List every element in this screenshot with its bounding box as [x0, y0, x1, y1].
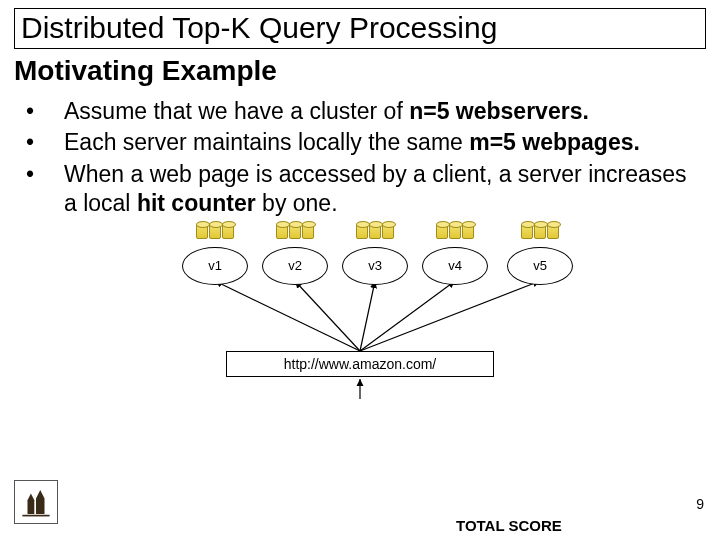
database-icon: [196, 223, 234, 239]
server-label: v3: [342, 247, 408, 285]
bullet-dot: •: [26, 97, 64, 126]
svg-line-2: [360, 281, 375, 351]
bullet-dot: •: [26, 128, 64, 157]
servers-diagram: v1 v2 v3 v4 v5 http://www.amazon.com/: [0, 221, 720, 401]
list-item: • When a web page is accessed by a clien…: [26, 160, 694, 219]
bullet-text: When a web page is accessed by a client,…: [64, 160, 694, 219]
bullet-bold: m=5 webpages.: [469, 129, 640, 155]
bullet-pre: Assume that we have a cluster of: [64, 98, 409, 124]
bullet-text: Each server maintains locally the same m…: [64, 128, 694, 157]
server-node: v1: [180, 227, 250, 285]
database-icon: [436, 223, 474, 239]
url-box: http://www.amazon.com/: [226, 351, 494, 377]
database-icon: [276, 223, 314, 239]
server-node: v2: [260, 227, 330, 285]
database-icon: [356, 223, 394, 239]
bullet-bold: n=5 webservers.: [409, 98, 589, 124]
bullet-list: • Assume that we have a cluster of n=5 w…: [26, 97, 694, 219]
total-score-label: TOTAL SCORE: [456, 517, 562, 534]
database-icon: [521, 223, 559, 239]
slide-subtitle: Motivating Example: [14, 55, 706, 87]
server-label: v5: [507, 247, 573, 285]
list-item: • Assume that we have a cluster of n=5 w…: [26, 97, 694, 126]
bullet-dot: •: [26, 160, 64, 219]
server-label: v1: [182, 247, 248, 285]
bullet-text: Assume that we have a cluster of n=5 web…: [64, 97, 694, 126]
svg-line-1: [295, 281, 360, 351]
bullet-post: by one.: [256, 190, 338, 216]
server-node: v4: [420, 227, 490, 285]
svg-line-4: [360, 281, 540, 351]
logo-icon: [14, 480, 58, 524]
server-node: v3: [340, 227, 410, 285]
svg-line-3: [360, 281, 455, 351]
bullet-pre: Each server maintains locally the same: [64, 129, 469, 155]
slide-title: Distributed Top-K Query Processing: [14, 8, 706, 49]
svg-line-0: [215, 281, 360, 351]
list-item: • Each server maintains locally the same…: [26, 128, 694, 157]
server-label: v2: [262, 247, 328, 285]
page-number: 9: [696, 496, 704, 512]
bullet-bold: hit counter: [137, 190, 256, 216]
server-label: v4: [422, 247, 488, 285]
server-node: v5: [505, 227, 575, 285]
